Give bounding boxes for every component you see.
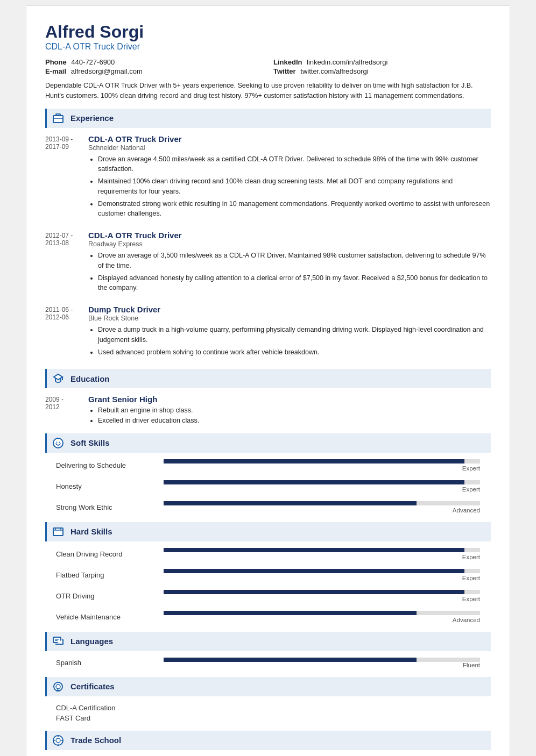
skill-bar-fill [164,569,464,573]
skill-level: Advanced [453,507,480,513]
hard-skills-icon [51,525,65,539]
svg-point-3 [57,441,58,443]
skill-bar-container: Expert [164,480,480,493]
exp-company: Blue Rock Stone [88,315,491,322]
exp-job-title: CDL-A OTR Truck Driver [88,134,491,144]
twitter-label: Twitter [273,67,296,75]
education-list: 2009 - 2012Grant Senior HighRebuilt an e… [45,395,491,426]
phone-value: 440-727-6900 [71,58,115,66]
exp-bullet: Drove an average of 3,500 miles/week as … [98,251,491,271]
education-header: Education [45,369,491,388]
linkedin-value: linkedin.com/in/alfredsorgi [307,58,387,66]
education-icon [51,372,65,386]
certificates-list: CDL-A CertificationFAST Card [45,703,491,723]
skill-level: Expert [462,554,480,560]
trade-school-section: Trade School Roadmaster Truck Driving Sc… [45,731,491,756]
skill-row: Clean Driving RecordExpert [45,548,491,560]
exp-bullet: Displayed advanced honesty by calling at… [98,273,491,294]
svg-rect-5 [53,528,63,536]
certificates-title: Certificates [70,682,115,691]
languages-section: Languages SpanishFluent [45,632,491,668]
skill-bar-container: Advanced [164,501,480,513]
experience-list: 2013-09 - 2017-09CDL-A OTR Truck DriverS… [45,134,491,360]
skill-bar-track [164,590,480,594]
skill-bar-container: Expert [164,548,480,560]
skill-bar-container: Expert [164,569,480,581]
certificates-icon [51,680,65,694]
trade-school-header: Trade School [45,731,491,750]
skill-bar-track [164,548,480,552]
education-title: Education [70,374,110,383]
education-item: 2009 - 2012Grant Senior HighRebuilt an e… [45,395,491,426]
skill-level: Advanced [453,617,480,623]
edu-content: Grant Senior HighRebuilt an engine in sh… [88,395,199,426]
skill-name: Clean Driving Record [56,550,164,558]
contact-grid: Phone 440-727-6900 LinkedIn linkedin.com… [45,58,491,75]
skill-bar-track [164,480,480,484]
exp-bullet: Demonstrated strong work ethic resulting… [98,199,491,219]
skill-level: Expert [462,596,480,602]
candidate-name: Alfred Sorgi [45,22,491,42]
skill-bar-fill [164,590,464,594]
skill-bar-track [164,611,480,615]
experience-item: 2011-06 - 2012-06Dump Truck DriverBlue R… [45,305,491,359]
certificates-header: Certificates [45,677,491,696]
skill-bar-fill [164,501,417,505]
edu-bullet: Excelled in driver education class. [98,416,199,426]
skill-row: HonestyExpert [45,480,491,493]
skill-bar-fill [164,480,464,484]
exp-dates: 2013-09 - 2017-09 [45,134,88,222]
header: Alfred Sorgi CDL-A OTR Truck Driver Phon… [45,22,491,101]
skill-bar-fill [164,548,464,552]
edu-bullets: Rebuilt an engine in shop class.Excelled… [88,405,199,426]
skill-level: Expert [462,465,480,472]
exp-bullet: Drove a dump truck in a high-volume quar… [98,325,491,345]
certificate-item: CDL-A Certification [45,703,491,713]
exp-bullets: Drove an average of 3,500 miles/week as … [88,251,491,293]
linkedin-item: LinkedIn linkedin.com/in/alfredsorgi [273,58,491,66]
email-value: alfredsorgi@gmail.com [71,67,143,75]
soft-skills-list: Delivering to ScheduleExpertHonestyExper… [45,459,491,513]
exp-bullet: Drove an average 4,500 miles/week as a c… [98,154,491,175]
experience-header: Experience [45,109,491,128]
twitter-item: Twitter twitter.com/alfredsorgi [273,67,491,75]
summary-text: Dependable CDL-A OTR Truck Driver with 5… [45,81,491,101]
hard-skills-header: Hard Skills [45,522,491,541]
skill-name: Honesty [56,482,164,490]
linkedin-label: LinkedIn [273,58,302,66]
exp-dates: 2011-06 - 2012-06 [45,305,88,359]
skill-row: Vehicle MaintenanceAdvanced [45,611,491,623]
language-bar-fill [164,658,417,662]
exp-dates: 2012-07 - 2013-08 [45,231,88,295]
language-bar-container: Fluent [164,658,480,668]
exp-content: CDL-A OTR Truck DriverSchneider National… [88,134,491,222]
twitter-value: twitter.com/alfredsorgi [300,67,368,75]
skill-bar-fill [164,611,417,615]
skill-name: Vehicle Maintenance [56,613,164,621]
exp-bullets: Drove an average 4,500 miles/week as a c… [88,154,491,219]
exp-bullets: Drove a dump truck in a high-volume quar… [88,325,491,357]
language-name: Spanish [56,659,164,667]
exp-content: Dump Truck DriverBlue Rock StoneDrove a … [88,305,491,359]
exp-content: CDL-A OTR Truck DriverRoadway ExpressDro… [88,231,491,295]
certificates-section: Certificates CDL-A CertificationFAST Car… [45,677,491,723]
education-section: Education 2009 - 2012Grant Senior HighRe… [45,369,491,426]
resume-container: Alfred Sorgi CDL-A OTR Truck Driver Phon… [26,5,510,756]
skill-name: OTR Driving [56,592,164,600]
language-level: Fluent [463,662,480,668]
language-row: SpanishFluent [45,658,491,668]
skill-name: Strong Work Ethic [56,503,164,511]
trade-school-title: Trade School [70,736,121,745]
skill-row: Delivering to ScheduleExpert [45,459,491,472]
skill-row: Strong Work EthicAdvanced [45,501,491,513]
skill-bar-container: Expert [164,459,480,472]
exp-bullet: Maintained 100% clean driving record and… [98,176,491,197]
soft-skills-section: Soft Skills Delivering to ScheduleExpert… [45,433,491,513]
candidate-title: CDL-A OTR Truck Driver [45,42,491,52]
trade-school-icon [51,733,65,747]
languages-icon [51,634,65,648]
hard-skills-title: Hard Skills [70,527,112,536]
skill-bar-fill [164,459,464,463]
certificate-item: FAST Card [45,713,491,723]
soft-skills-icon [51,436,65,450]
